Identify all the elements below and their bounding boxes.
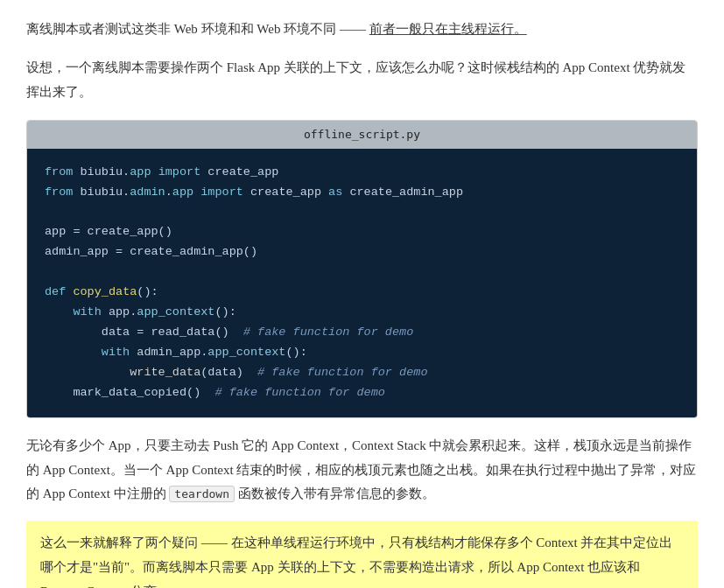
code-line-blank-2	[45, 262, 679, 283]
content-area: 离线脚本或者测试这类非 Web 环境和和 Web 环境不同 —— 前者一般只在主…	[26, 18, 698, 588]
code-line-4: admin_app = create_admin_app()	[45, 242, 679, 262]
paragraph-1-underline: 前者一般只在主线程运行。	[369, 22, 527, 36]
paragraph-3: 无论有多少个 App，只要主动去 Push 它的 App Context，Con…	[26, 434, 698, 507]
code-line-8: with admin_app.app_context():	[45, 343, 679, 363]
code-line-1: from biubiu.app import create_app	[45, 163, 679, 183]
code-line-10: mark_data_copied() # fake function for d…	[45, 383, 679, 403]
code-line-blank-1	[45, 203, 679, 223]
highlight-text: 这么一来就解释了两个疑问 —— 在这种单线程运行环境中，只有栈结构才能保存多个 …	[40, 536, 673, 588]
paragraph-1: 离线脚本或者测试这类非 Web 环境和和 Web 环境不同 —— 前者一般只在主…	[26, 18, 698, 42]
inline-code-teardown: teardown	[169, 486, 235, 502]
code-block: from biubiu.app import create_app from b…	[27, 149, 697, 417]
paragraph-2-text: 设想，一个离线脚本需要操作两个 Flask App 关联的上下文，应该怎么办呢？…	[26, 60, 685, 99]
code-line-7: data = read_data() # fake function for d…	[45, 323, 679, 343]
code-line-5: def copy_data():	[45, 283, 679, 303]
highlight-paragraph-4: 这么一来就解释了两个疑问 —— 在这种单线程运行环境中，只有栈结构才能保存多个 …	[26, 521, 698, 588]
paragraph-3-text-after: 函数被传入带有异常信息的参数。	[235, 486, 435, 500]
paragraph-1-text: 离线脚本或者测试这类非 Web 环境和和 Web 环境不同 ——	[26, 22, 369, 36]
code-line-9: write_data(data) # fake function for dem…	[45, 363, 679, 383]
code-line-6: with app.app_context():	[45, 303, 679, 323]
code-block-wrapper: offline_script.py from biubiu.app import…	[26, 120, 698, 418]
code-line-3: app = create_app()	[45, 222, 679, 242]
paragraph-2: 设想，一个离线脚本需要操作两个 Flask App 关联的上下文，应该怎么办呢？…	[26, 56, 698, 105]
code-block-title: offline_script.py	[27, 121, 697, 148]
code-line-2: from biubiu.admin.app import create_app …	[45, 183, 679, 203]
